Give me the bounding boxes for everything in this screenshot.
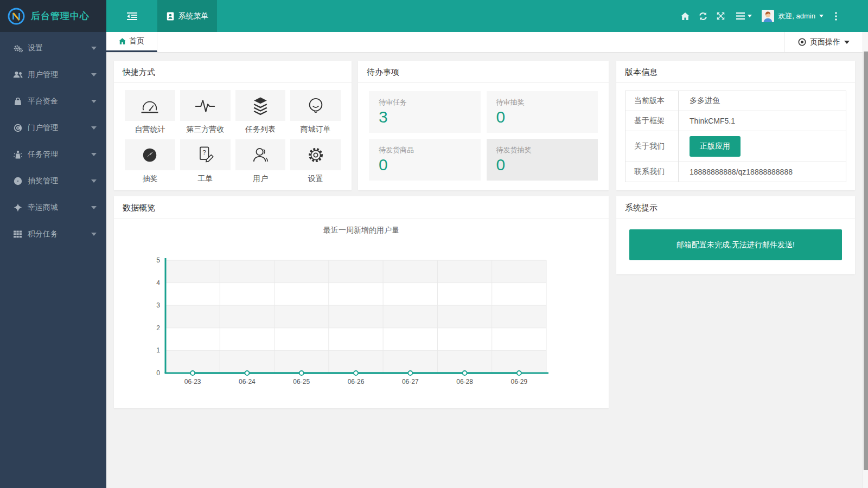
caret-down-icon (844, 41, 850, 44)
tab-home[interactable]: 首页 (106, 32, 157, 52)
dot-circle-icon (798, 38, 806, 46)
scrollbar-thumb[interactable] (864, 52, 868, 470)
page-actions-button[interactable]: 页面操作 (784, 32, 863, 52)
version-row-value: ThinkCMF5.1 (679, 111, 846, 131)
sidebar-item-lottery-management[interactable]: 抽奖管理 (0, 168, 106, 194)
users-icon (12, 70, 23, 79)
expand-arrows-icon (717, 12, 725, 20)
portal-circle-icon (12, 124, 23, 132)
home-button[interactable] (676, 0, 694, 32)
page-actions-label: 页面操作 (810, 37, 840, 47)
sidebar-item-label: 平台资金 (28, 97, 58, 106)
shortcut-settings[interactable]: 设置 (290, 139, 341, 189)
app-title: 后台管理中心 (31, 10, 90, 22)
tips-card-title: 系统提示 (616, 196, 855, 219)
todo-value: 0 (496, 156, 589, 174)
todo-goods-to-ship[interactable]: 待发货商品 0 (369, 139, 481, 181)
mall-shuriken-icon (12, 203, 23, 212)
svg-text:2: 2 (156, 324, 160, 332)
svg-text:5: 5 (156, 256, 160, 264)
contact-value: 18888888888/qz18888888888 (679, 162, 846, 182)
system-menu-label: 系统菜单 (178, 11, 209, 21)
table-row: 关于我们 正版应用 (626, 131, 846, 162)
svg-text:06-24: 06-24 (239, 378, 256, 386)
sidebar-item-lucky-mall[interactable]: 幸运商城 (0, 194, 106, 221)
chevron-down-icon (91, 179, 97, 183)
layers-icon (250, 95, 271, 117)
shortcut-lottery[interactable]: 抽奖 (125, 139, 175, 189)
bars-icon (736, 12, 745, 20)
svg-text:1: 1 (156, 346, 160, 354)
shortcut-users[interactable]: 用户 (235, 139, 286, 189)
shortcut-label: 设置 (290, 174, 341, 184)
sidebar-item-label: 任务管理 (28, 150, 58, 159)
chevron-down-icon (91, 73, 97, 76)
svg-text:06-28: 06-28 (456, 378, 473, 386)
shortcut-self-stats[interactable]: 自营统计 (125, 90, 175, 139)
shortcuts-card-title: 快捷方式 (114, 61, 352, 83)
sidebar-nav: 设置 用户管理 平台资金 (0, 32, 106, 247)
svg-text:06-25: 06-25 (293, 378, 310, 386)
todo-value: 0 (496, 108, 589, 126)
shortcut-label: 任务列表 (235, 125, 286, 134)
app-logo: 后台管理中心 (0, 0, 106, 32)
mail-config-alert[interactable]: 邮箱配置未完成,无法进行邮件发送! (629, 229, 842, 260)
version-row-label: 当前版本 (626, 91, 679, 111)
caret-down-icon (819, 15, 824, 17)
svg-text:06-29: 06-29 (511, 378, 528, 386)
topbar: 系统菜单 (106, 0, 868, 32)
quick-menu-button[interactable] (736, 12, 752, 20)
todo-card-title: 待办事项 (358, 61, 609, 83)
system-menu-tab[interactable]: 系统菜单 (157, 0, 217, 32)
todo-value: 0 (379, 156, 471, 174)
svg-text:0: 0 (156, 369, 160, 377)
main-content: 快捷方式 自营统计 第三方营收 (106, 53, 863, 488)
welcome-text: 欢迎, admin (778, 11, 815, 21)
sidebar-item-label: 抽奖管理 (28, 176, 58, 186)
sidebar-item-platform-funds[interactable]: 平台资金 (0, 88, 106, 114)
address-book-icon (166, 12, 174, 21)
sidebar-item-user-management[interactable]: 用户管理 (0, 61, 106, 88)
avatar (762, 10, 774, 22)
version-card-title: 版本信息 (616, 61, 855, 83)
shortcut-label: 商城订单 (290, 125, 341, 134)
todo-lottery-to-ship[interactable]: 待发货抽奖 0 (487, 139, 598, 181)
version-row-label: 基于框架 (626, 111, 679, 131)
version-card: 版本信息 当前版本 多多进鱼 基于框架 ThinkCMF5.1 关于我们 正版应… (616, 61, 855, 190)
shortcut-mall-orders[interactable]: 商城订单 (290, 90, 341, 139)
version-table: 当前版本 多多进鱼 基于框架 ThinkCMF5.1 关于我们 正版应用 联系我… (625, 91, 846, 182)
refresh-button[interactable] (694, 0, 712, 32)
cogs-icon (12, 44, 23, 53)
chevron-down-icon (91, 126, 97, 130)
genuine-app-button[interactable]: 正版应用 (690, 136, 741, 157)
todo-pending-tasks[interactable]: 待审任务 3 (369, 91, 481, 133)
version-row-label: 联系我们 (626, 162, 679, 182)
pulse-icon (194, 95, 216, 117)
svg-text:06-27: 06-27 (402, 378, 419, 386)
sidebar-item-points-tasks[interactable]: 积分任务 (0, 221, 106, 247)
sidebar-item-label: 门户管理 (28, 123, 58, 133)
chevron-down-icon (91, 47, 97, 50)
shortcut-work-order[interactable]: ? 工单 (180, 139, 231, 189)
more-options-button[interactable] (827, 0, 845, 32)
user-icon (250, 144, 271, 166)
overview-card: 数据概览 最近一周新增的用户量 01234506-2306-2406-2506-… (114, 196, 609, 408)
sidebar-item-portal-management[interactable]: 门户管理 (0, 114, 106, 141)
todo-label: 待发货商品 (379, 145, 471, 155)
shortcut-task-list[interactable]: 任务列表 (235, 90, 286, 139)
vertical-scrollbar (863, 32, 868, 488)
shortcuts-grid: 自营统计 第三方营收 任务列表 (114, 83, 352, 189)
line-chart: 01234506-2306-2406-2506-2606-2706-2806-2… (114, 235, 609, 388)
sidebar-item-task-management[interactable]: 任务管理 (0, 141, 106, 168)
home-icon (681, 12, 690, 20)
sidebar-item-settings[interactable]: 设置 (0, 35, 106, 61)
sidebar-toggle-button[interactable] (106, 0, 157, 32)
tips-card: 系统提示 邮箱配置未完成,无法进行邮件发送! (616, 196, 855, 274)
sidebar-item-label: 幸运商城 (28, 203, 58, 213)
todo-pending-lottery[interactable]: 待审抽奖 0 (487, 91, 598, 133)
user-menu[interactable]: 欢迎, admin (762, 10, 824, 22)
version-row-label: 关于我们 (626, 131, 679, 162)
sidebar-item-label: 积分任务 (28, 229, 58, 239)
shortcut-thirdparty-revenue[interactable]: 第三方营收 (180, 90, 231, 139)
fullscreen-button[interactable] (712, 0, 730, 32)
